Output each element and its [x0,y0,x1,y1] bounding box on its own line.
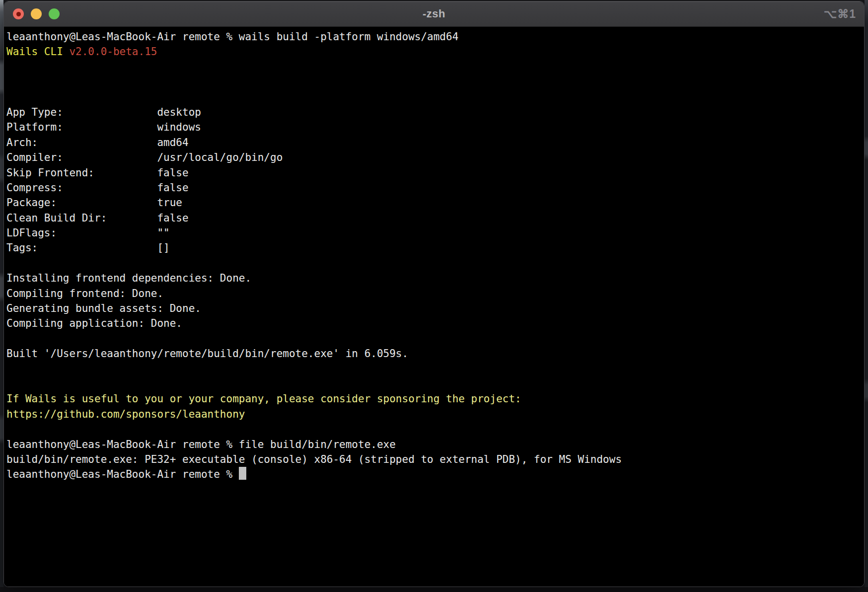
terminal-line [6,60,862,74]
terminal-line: leaanthony@Leas-MacBook-Air remote % fil… [6,437,862,452]
terminal-line: Package: true [6,195,862,210]
terminal-window: -zsh ⌥⌘1 leaanthony@Leas-MacBook-Air rem… [3,1,865,587]
terminal-line: Built '/Users/leaanthony/remote/build/bi… [6,346,862,361]
terminal-line: Compiler: /usr/local/go/bin/go [6,150,862,165]
terminal-line: Generating bundle assets: Done. [6,301,862,316]
close-button[interactable] [13,8,24,19]
terminal-line: App Type: desktop [6,105,862,120]
terminal-line: Arch: amd64 [6,135,862,150]
zoom-button[interactable] [49,8,60,19]
terminal-line: https://github.com/sponsors/leaanthony [6,407,862,422]
desktop-background-strip [0,587,868,592]
terminal-line: Compiling application: Done. [6,316,862,331]
terminal-line: If Wails is useful to you or your compan… [6,391,862,406]
terminal-line: Skip Frontend: false [6,165,862,180]
terminal-line: LDFlags: "" [6,225,862,240]
terminal-line: Clean Build Dir: false [6,211,862,225]
terminal-line [6,362,862,376]
terminal-output[interactable]: leaanthony@Leas-MacBook-Air remote % wai… [4,27,864,587]
terminal-line [6,331,862,346]
terminal-cursor [239,467,246,480]
terminal-line: leaanthony@Leas-MacBook-Air remote % wai… [6,29,862,44]
terminal-line [6,256,862,271]
traffic-lights [13,8,60,19]
terminal-line: Wails CLI v2.0.0-beta.15 [6,44,862,59]
terminal-line: leaanthony@Leas-MacBook-Air remote % [6,467,862,482]
terminal-line [6,74,862,89]
window-title: -zsh [4,1,864,26]
terminal-line [6,376,862,391]
terminal-line: Compress: false [6,180,862,195]
titlebar[interactable]: -zsh ⌥⌘1 [4,1,864,27]
background-window-sliver-left [0,0,3,592]
background-window-sliver-right [865,0,868,592]
terminal-line [6,90,862,105]
minimize-button[interactable] [31,8,42,19]
close-button-modified-dot [16,12,21,16]
window-shortcut-badge: ⌥⌘1 [824,1,856,26]
terminal-line: build/bin/remote.exe: PE32+ executable (… [6,452,862,467]
terminal-line: Installing frontend dependencies: Done. [6,271,862,286]
terminal-line [6,422,862,437]
terminal-line: Tags: [] [6,240,862,255]
terminal-line: Compiling frontend: Done. [6,286,862,301]
terminal-line: Platform: windows [6,120,862,135]
